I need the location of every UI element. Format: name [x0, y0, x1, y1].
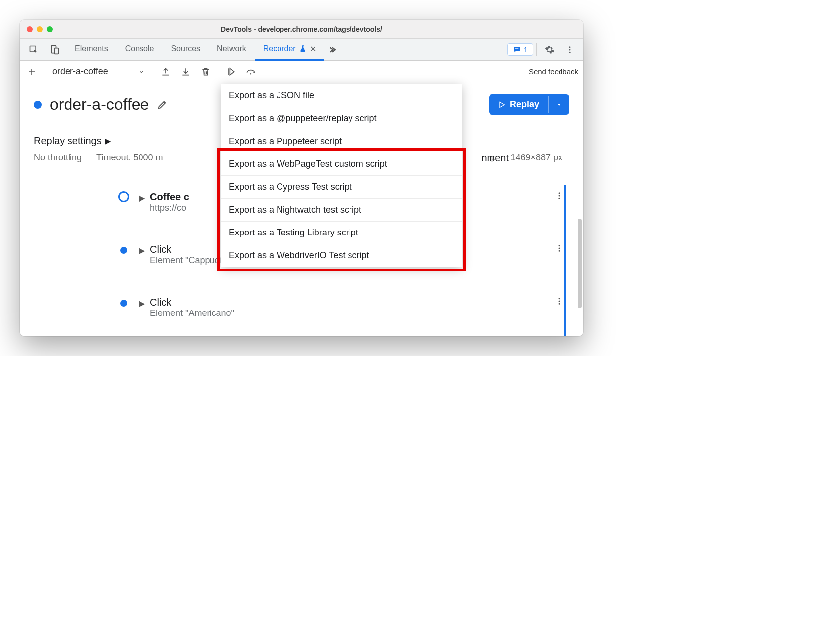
step-row: ▶ Click Element "Americano"	[20, 294, 583, 321]
tab-sources[interactable]: Sources	[163, 39, 208, 61]
window-title: DevTools - developer.chrome.com/tags/dev…	[20, 25, 583, 33]
recording-selector[interactable]: order-a-coffee	[49, 66, 148, 77]
tabs-overflow-icon[interactable]	[325, 45, 342, 54]
svg-point-8	[559, 192, 560, 194]
svg-point-4	[569, 46, 571, 48]
divider	[66, 43, 66, 56]
svg-rect-2	[54, 48, 58, 54]
minimize-window-button[interactable]	[37, 26, 43, 32]
export-menu-item[interactable]: Export as a Cypress Test script	[221, 176, 462, 199]
step-subtitle: https://co	[150, 203, 189, 213]
play-icon	[498, 101, 506, 109]
device-toolbar-icon[interactable]	[45, 39, 65, 61]
replay-label: Replay	[510, 99, 539, 110]
titlebar: DevTools - developer.chrome.com/tags/dev…	[20, 20, 583, 39]
export-menu-item[interactable]: Export as a Nightwatch test script	[221, 199, 462, 222]
divider	[218, 65, 218, 78]
svg-point-5	[569, 49, 571, 50]
inspect-element-icon[interactable]	[24, 39, 44, 61]
svg-point-10	[559, 198, 560, 199]
step-title: Coffee c	[150, 191, 189, 203]
svg-point-16	[559, 303, 560, 305]
issues-badge[interactable]: 1	[507, 43, 533, 56]
export-menu-item[interactable]: Export as a WebdriverIO Test script	[221, 244, 462, 267]
timeline-line	[564, 185, 566, 336]
step-subtitle: Element "Americano"	[150, 308, 234, 318]
traffic-lights	[27, 26, 53, 32]
viewport-value: 1469×887 px	[503, 153, 569, 163]
divider	[536, 43, 537, 56]
divider	[153, 65, 153, 78]
tab-label: Sources	[171, 44, 200, 53]
chat-icon	[513, 46, 521, 54]
main-menu-icon[interactable]	[560, 45, 579, 54]
svg-point-11	[559, 245, 560, 246]
timeout-value[interactable]: Timeout: 5000 m	[89, 153, 170, 163]
step-title: Click	[150, 297, 234, 308]
recording-title: order-a-coffee	[50, 95, 149, 114]
step-menu-icon[interactable]	[555, 244, 563, 253]
export-menu-item[interactable]: Export as a WebPageTest custom script	[221, 153, 462, 176]
svg-point-7	[250, 73, 251, 74]
issues-count: 1	[524, 45, 528, 54]
tab-label: Network	[217, 44, 246, 53]
tab-recorder[interactable]: Recorder ✕	[255, 39, 324, 61]
export-menu-item[interactable]: Export as a Testing Library script	[221, 222, 462, 244]
svg-point-12	[559, 248, 560, 249]
svg-point-14	[559, 298, 560, 299]
recording-selector-value: order-a-coffee	[52, 66, 108, 77]
tab-elements[interactable]: Elements	[67, 39, 116, 61]
step-menu-icon[interactable]	[555, 191, 563, 200]
settings-gear-icon[interactable]	[540, 45, 560, 55]
flask-icon	[299, 45, 307, 53]
expand-step-icon[interactable]: ▶	[139, 246, 145, 255]
svg-rect-3	[515, 48, 518, 49]
tab-label: Elements	[75, 44, 108, 53]
delete-button[interactable]	[198, 64, 213, 79]
replay-dropdown-button[interactable]	[548, 96, 569, 113]
export-menu-item[interactable]: Export as a @puppeteer/replay script	[221, 107, 462, 130]
svg-point-15	[559, 301, 560, 302]
send-feedback-link[interactable]: Send feedback	[529, 67, 578, 76]
close-window-button[interactable]	[27, 26, 33, 32]
timeline-marker	[120, 300, 127, 307]
replay-button-main[interactable]: Replay	[489, 94, 548, 115]
devtools-window: DevTools - developer.chrome.com/tags/dev…	[20, 20, 583, 336]
timeline-marker	[120, 247, 127, 254]
expand-step-icon[interactable]: ▶	[139, 193, 145, 203]
new-recording-button[interactable]	[25, 67, 39, 76]
export-menu-item[interactable]: Export as a Puppeteer script	[221, 130, 462, 153]
export-button[interactable]	[158, 64, 173, 79]
export-menu: Export as a JSON file Export as a @puppe…	[221, 84, 462, 267]
throttling-value[interactable]: No throttling	[34, 153, 89, 163]
replay-button[interactable]: Replay	[489, 94, 569, 115]
step-through-button[interactable]	[223, 64, 238, 79]
tab-label: Recorder	[263, 44, 296, 53]
step-menu-icon[interactable]	[555, 297, 563, 306]
step-over-button[interactable]	[243, 64, 258, 79]
divider	[44, 65, 44, 78]
maximize-window-button[interactable]	[47, 26, 53, 32]
recorder-toolbar: order-a-coffee Send feedback	[20, 61, 583, 82]
devtools-tabstrip: Elements Console Sources Network Recorde…	[20, 39, 583, 61]
expand-step-icon[interactable]: ▶	[139, 299, 145, 308]
import-button[interactable]	[178, 64, 193, 79]
svg-point-13	[559, 250, 560, 252]
svg-point-6	[569, 51, 571, 53]
tab-console[interactable]: Console	[117, 39, 162, 61]
env-trunc: p	[484, 153, 503, 163]
edit-title-button[interactable]	[157, 99, 168, 110]
scrollbar[interactable]	[578, 219, 582, 308]
settings-heading-label: Replay settings	[34, 135, 102, 147]
recording-status-dot	[34, 101, 42, 109]
svg-point-9	[559, 195, 560, 197]
tab-label: Console	[125, 44, 154, 53]
chevron-down-icon	[138, 68, 145, 75]
caret-right-icon: ▶	[105, 136, 111, 146]
timeline-start-marker	[118, 191, 129, 202]
export-menu-item[interactable]: Export as a JSON file	[221, 84, 462, 107]
tab-network[interactable]: Network	[209, 39, 254, 61]
close-tab-icon[interactable]: ✕	[310, 44, 316, 54]
